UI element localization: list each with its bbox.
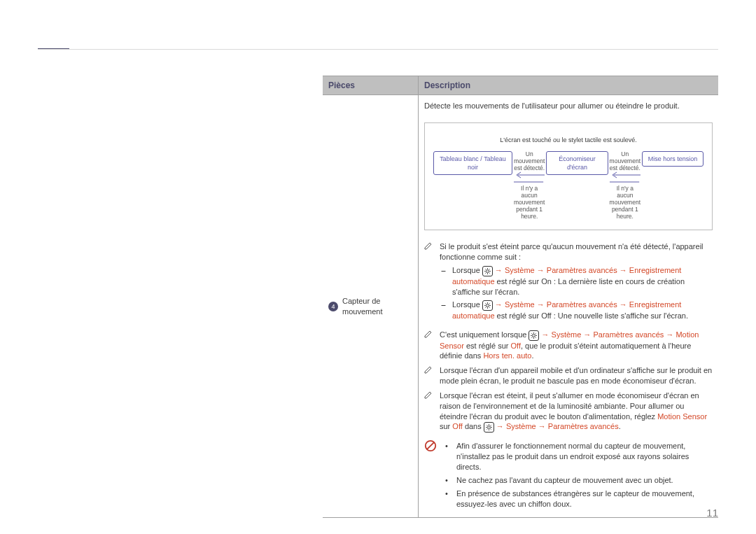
svg-line-36	[486, 426, 487, 426]
off-label: Off	[511, 342, 521, 350]
text-fragment: Lorsque	[452, 300, 482, 309]
svg-line-10	[489, 272, 489, 273]
dash-icon: ‒	[440, 265, 447, 297]
diagram-state-poweroff: Mise hors tension	[642, 151, 704, 167]
parts-table: Pièces Description 4 Capteur de mouvemen…	[323, 76, 718, 518]
gear-icon	[484, 422, 494, 433]
svg-point-31	[487, 426, 490, 429]
gear-icon	[482, 266, 493, 276]
note-behavior-item-on: ‒ Lorsque → Système → Paramètres avancés…	[440, 265, 713, 297]
diagram-state-screensaver: Économiseur d'écran	[546, 151, 608, 175]
caution-text: En présence de substances étrangères sur…	[456, 489, 713, 510]
svg-line-30	[532, 337, 533, 337]
text-fragment: Lorsque	[452, 266, 482, 274]
svg-line-38	[490, 426, 491, 426]
arrow-caption-down-2: Il n'y a aucun mouvement pendant 1 heure…	[610, 185, 640, 220]
part-number-badge: 4	[328, 302, 338, 311]
pencil-icon	[424, 365, 434, 386]
svg-line-19	[489, 307, 489, 307]
svg-line-27	[532, 333, 533, 334]
arrow-caption-down-1: Il n'y a aucun mouvement pendant 1 heure…	[514, 185, 545, 220]
caution-text: Ne cachez pas l'avant du capteur de mouv…	[456, 475, 673, 486]
bullet-icon: •	[445, 489, 451, 510]
svg-line-29	[536, 333, 536, 334]
note-fullscreen: Lorsque l'écran d'un appareil mobile et …	[424, 365, 713, 386]
caution-item: • Ne cachez pas l'avant du capteur de mo…	[445, 475, 713, 486]
svg-line-39	[486, 429, 487, 430]
gear-icon	[482, 300, 493, 311]
pencil-icon	[424, 330, 434, 362]
svg-point-4	[486, 270, 489, 273]
header-divider	[38, 49, 718, 50]
menu-path: → Système → Paramètres avancés	[494, 422, 619, 430]
col-header-description: Description	[419, 76, 719, 95]
hors-ten-auto-label: Hors ten. auto	[483, 351, 531, 360]
description-intro: Détecte les mouvements de l'utilisateur …	[424, 101, 713, 111]
arrow-left-icon	[610, 171, 640, 178]
svg-point-22	[533, 334, 536, 337]
caution-item: • En présence de substances étrangères s…	[445, 489, 713, 510]
pencil-icon	[424, 241, 434, 325]
note-fullscreen-text: Lorsque l'écran d'un appareil mobile et …	[440, 365, 713, 386]
svg-line-21	[485, 307, 486, 307]
part-description-cell: Détecte les mouvements de l'utilisateur …	[419, 95, 719, 518]
note-behavior: Si le produit s'est éteint parce qu'aucu…	[424, 241, 713, 325]
motion-sensor-label: Motion Sensor	[657, 412, 707, 421]
text-fragment: .	[619, 422, 621, 430]
col-header-pieces: Pièces	[323, 76, 419, 95]
pencil-icon	[424, 391, 434, 433]
svg-line-20	[489, 303, 489, 304]
diagram-title: L'écran est touché ou le stylet tactile …	[432, 136, 705, 144]
dash-icon: ‒	[440, 300, 447, 321]
bullet-icon: •	[445, 475, 451, 486]
svg-line-12	[485, 272, 486, 273]
svg-line-41	[427, 442, 434, 449]
arrow-caption-up-1: Un mouvement est détecté.	[514, 151, 545, 171]
text-fragment: .	[531, 351, 533, 360]
text-fragment: est réglé sur	[464, 342, 511, 350]
table-header-row: Pièces Description	[323, 76, 718, 95]
note-behavior-item-off: ‒ Lorsque → Système → Paramètres avancés…	[440, 300, 713, 321]
caution-text: Afin d'assurer le fonctionnement normal …	[456, 441, 713, 472]
diagram-state-whiteboard: Tableau blanc / Tableau noir	[433, 151, 512, 175]
bullet-icon: •	[445, 441, 451, 472]
note-motion-sensor-off: C'est uniquement lorsque → Système → Par…	[424, 330, 713, 362]
part-name-cell: 4 Capteur de mouvement	[323, 95, 419, 518]
text-fragment: sur	[440, 422, 452, 430]
part-name: Capteur de mouvement	[342, 296, 412, 317]
svg-line-11	[489, 269, 489, 269]
note-ambient-light: Lorsque l'écran est éteint, il peut s'al…	[424, 391, 713, 433]
text-fragment: C'est uniquement lorsque	[440, 330, 528, 339]
svg-line-28	[536, 337, 536, 337]
svg-line-18	[485, 303, 486, 304]
off-label: Off	[452, 422, 462, 430]
text-fragment: est réglé sur Off : Une nouvelle liste s…	[495, 311, 688, 320]
arrow-left-icon	[514, 171, 545, 178]
gear-icon	[528, 330, 539, 341]
svg-line-9	[485, 269, 486, 269]
diagram-arrow-group-1: Un mouvement est détecté. Il n'y a aucun…	[512, 151, 546, 220]
page-number: 11	[706, 506, 718, 520]
table-row: 4 Capteur de mouvement Détecte les mouve…	[323, 95, 718, 518]
state-diagram: L'écran est touché ou le stylet tactile …	[424, 122, 713, 230]
diagram-arrow-group-2: Un mouvement est détecté. Il n'y a aucun…	[608, 151, 642, 220]
prohibit-icon	[424, 438, 438, 512]
text-fragment: dans	[463, 422, 484, 430]
note-behavior-lead: Si le produit s'est éteint parce qu'aucu…	[440, 241, 713, 262]
caution-block: • Afin d'assurer le fonctionnement norma…	[424, 438, 713, 512]
caution-item: • Afin d'assurer le fonctionnement norma…	[445, 441, 713, 472]
svg-line-37	[490, 429, 491, 430]
content-table-wrapper: Pièces Description 4 Capteur de mouvemen…	[323, 76, 718, 518]
svg-point-13	[486, 304, 489, 307]
arrow-caption-up-2: Un mouvement est détecté.	[610, 151, 640, 171]
